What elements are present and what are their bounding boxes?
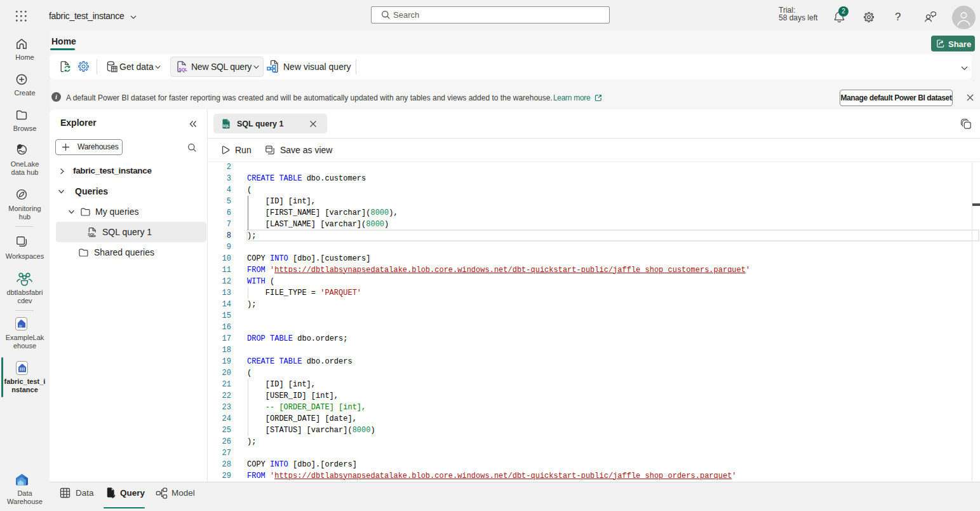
svg-text:SQL: SQL [223, 124, 229, 128]
svg-text:SQL: SQL [179, 67, 187, 72]
svg-text:SQL: SQL [88, 233, 95, 236]
